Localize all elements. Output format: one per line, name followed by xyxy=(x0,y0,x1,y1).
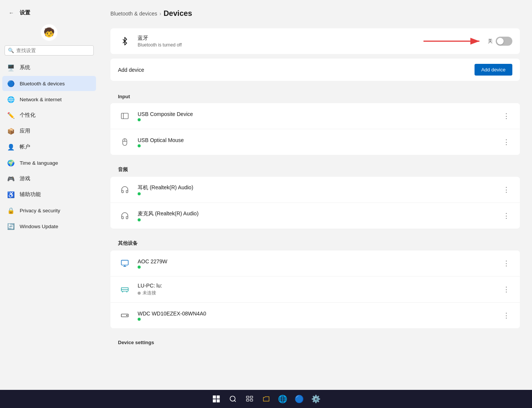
input-section-label: Input xyxy=(110,88,520,103)
sidebar-item-label: Time & language xyxy=(20,160,58,166)
svg-rect-22 xyxy=(250,396,253,398)
more-button[interactable]: ⋮ xyxy=(500,210,512,222)
table-row[interactable]: USB Optical Mouse ⋮ xyxy=(110,129,520,155)
taskbar-explorer[interactable] xyxy=(259,392,273,406)
sidebar-item-accounts[interactable]: 👤 帐户 xyxy=(2,139,96,155)
usb-composite-info: USB Composite Device xyxy=(138,111,494,121)
more-button[interactable]: ⋮ xyxy=(500,136,512,148)
svg-rect-16 xyxy=(216,396,219,399)
svg-rect-17 xyxy=(212,399,216,402)
breadcrumb-parent[interactable]: Bluetooth & devices xyxy=(110,11,157,17)
status-dot xyxy=(138,318,141,321)
sidebar-item-privacy[interactable]: 🔒 Privacy & security xyxy=(2,203,96,218)
sidebar-item-label: Windows Update xyxy=(20,224,58,229)
start-button[interactable] xyxy=(209,392,223,406)
other-section: AOC 2279W ⋮ LU-PC: lu: 未连接 xyxy=(110,250,520,328)
taskbar-taskview[interactable] xyxy=(243,392,256,406)
breadcrumb-current: Devices xyxy=(163,9,192,18)
table-row[interactable]: USB Composite Device ⋮ xyxy=(110,103,520,129)
sidebar-item-label: 个性化 xyxy=(20,112,36,119)
table-row[interactable]: 耳机 (Realtek(R) Audio) ⋮ xyxy=(110,177,520,203)
taskbar-browser-2[interactable]: 🔵 xyxy=(293,392,306,406)
audio-section: 耳机 (Realtek(R) Audio) ⋮ 麦克风 (Realtek(R) … xyxy=(110,177,520,229)
more-button[interactable]: ⋮ xyxy=(500,309,512,321)
add-device-button[interactable]: Add device xyxy=(475,64,512,76)
audio-2-info: 麦克风 (Realtek(R) Audio) xyxy=(138,210,494,221)
status-dot xyxy=(138,218,141,221)
other-section-label: 其他设备 xyxy=(110,235,520,250)
mouse-icon xyxy=(118,135,132,149)
sidebar-item-system[interactable]: 🖥️ 系统 xyxy=(2,60,96,75)
taskbar: 🌐 🔵 ⚙️ xyxy=(0,390,532,408)
device-name: WDC WD10EZEX-08WN4A0 xyxy=(138,311,494,317)
usb-composite-icon xyxy=(118,109,132,123)
device-name: AOC 2279W xyxy=(138,258,494,264)
bluetooth-toggle-area[interactable]: 关 xyxy=(488,37,512,46)
sidebar-item-network[interactable]: 🌐 Network & internet xyxy=(2,92,96,107)
device-name: USB Optical Mouse xyxy=(138,137,494,143)
bluetooth-device-icon xyxy=(118,34,132,48)
bluetooth-toggle[interactable] xyxy=(496,37,512,46)
svg-rect-6 xyxy=(121,260,128,265)
device-status: 未连接 xyxy=(138,290,494,296)
more-button[interactable]: ⋮ xyxy=(500,257,512,269)
personalization-icon: ✏️ xyxy=(7,111,15,119)
mouse-info: USB Optical Mouse xyxy=(138,137,494,147)
more-button[interactable]: ⋮ xyxy=(500,110,512,122)
add-device-row: Add device Add device xyxy=(110,59,520,81)
hdd-icon xyxy=(118,309,132,322)
svg-point-14 xyxy=(127,315,127,316)
table-row[interactable]: AOC 2279W ⋮ xyxy=(110,250,520,277)
system-icon: 🖥️ xyxy=(7,63,15,72)
sidebar-item-label: 系统 xyxy=(20,64,30,71)
time-icon: 🌍 xyxy=(7,159,15,167)
taskbar-browser-1[interactable]: 🌐 xyxy=(276,392,290,406)
back-button[interactable]: ← xyxy=(6,8,17,18)
gaming-icon: 🎮 xyxy=(7,175,15,183)
breadcrumb: Bluetooth & devices › Devices xyxy=(110,9,520,18)
sidebar-item-time[interactable]: 🌍 Time & language xyxy=(2,155,96,170)
sidebar: ← 设置 🧒 🔍 🖥️ 系统 🔵 Bluetooth & devices 🌐 N… xyxy=(0,0,98,408)
sidebar-item-update[interactable]: 🔄 Windows Update xyxy=(2,219,96,234)
update-icon: 🔄 xyxy=(7,222,15,230)
sidebar-item-bluetooth[interactable]: 🔵 Bluetooth & devices xyxy=(2,76,96,91)
table-row[interactable]: WDC WD10EZEX-08WN4A0 ⋮ xyxy=(110,303,520,328)
search-box[interactable]: 🔍 xyxy=(5,45,94,56)
network-device-icon xyxy=(118,283,132,296)
device-status xyxy=(138,192,494,195)
device-name: LU-PC: lu: xyxy=(138,283,494,289)
taskbar-settings[interactable]: ⚙️ xyxy=(309,392,323,406)
svg-point-19 xyxy=(230,396,235,401)
red-arrow-annotation xyxy=(423,36,484,47)
more-button[interactable]: ⋮ xyxy=(500,283,512,295)
sidebar-item-label: 辅助功能 xyxy=(20,191,41,198)
svg-rect-2 xyxy=(121,113,128,119)
status-text: 未连接 xyxy=(143,290,156,296)
status-dot xyxy=(138,144,141,147)
accessibility-icon: ♿ xyxy=(7,190,15,199)
sidebar-item-label: Bluetooth & devices xyxy=(20,81,65,87)
sidebar-item-label: Network & internet xyxy=(20,97,62,102)
mic-icon xyxy=(118,209,132,223)
taskbar-search[interactable] xyxy=(226,392,240,406)
table-row[interactable]: 麦克风 (Realtek(R) Audio) ⋮ xyxy=(110,203,520,229)
sidebar-item-gaming[interactable]: 🎮 游戏 xyxy=(2,171,96,186)
sidebar-item-accessibility[interactable]: ♿ 辅助功能 xyxy=(2,187,96,202)
table-row[interactable]: LU-PC: lu: 未连接 ⋮ xyxy=(110,277,520,303)
device-status xyxy=(138,266,494,269)
more-button[interactable]: ⋮ xyxy=(500,184,512,196)
sidebar-item-personalization[interactable]: ✏️ 个性化 xyxy=(2,108,96,123)
sidebar-item-apps[interactable]: 📦 应用 xyxy=(2,124,96,139)
search-input[interactable] xyxy=(16,48,90,53)
device-name: 耳机 (Realtek(R) Audio) xyxy=(138,184,494,191)
lu-pc-info: LU-PC: lu: 未连接 xyxy=(138,283,494,296)
network-icon: 🌐 xyxy=(7,95,15,104)
device-status xyxy=(138,218,494,221)
status-dot xyxy=(138,192,141,195)
accounts-icon: 👤 xyxy=(7,143,15,151)
toggle-knob xyxy=(497,38,504,45)
user-avatar: 🧒 xyxy=(41,24,57,41)
device-settings-label: Device settings xyxy=(110,334,520,349)
aoc-info: AOC 2279W xyxy=(138,258,494,269)
sidebar-item-label: 游戏 xyxy=(20,175,30,182)
